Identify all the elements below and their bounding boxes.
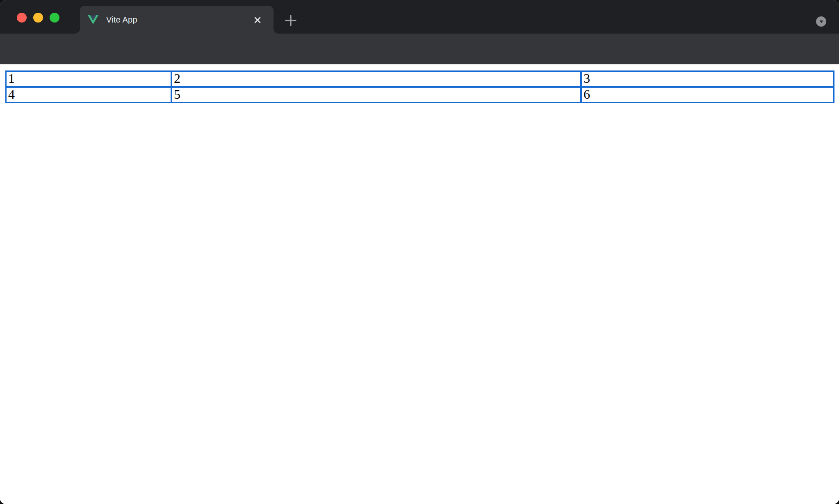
table-row: 1 2 3 — [6, 71, 834, 87]
chevron-down-icon — [818, 19, 824, 25]
window-close-button[interactable] — [17, 13, 27, 23]
tab-title: Vite App — [106, 6, 137, 34]
table-cell: 3 — [581, 71, 834, 87]
new-tab-button[interactable] — [285, 14, 297, 27]
page-content: 1 2 3 4 5 6 — [0, 64, 839, 504]
vue-logo-icon — [88, 14, 98, 25]
table-cell: 5 — [171, 87, 581, 103]
close-icon[interactable] — [253, 16, 262, 24]
window-minimize-button[interactable] — [33, 13, 43, 23]
table-cell: 4 — [6, 87, 171, 103]
tab-strip: Vite App — [0, 0, 839, 34]
table-row: 4 5 6 — [6, 87, 834, 103]
tab-vite-app[interactable]: Vite App — [80, 6, 274, 34]
tab-search-button[interactable] — [816, 16, 826, 27]
table-cell: 2 — [171, 71, 581, 87]
window-maximize-button[interactable] — [50, 13, 59, 23]
browser-window: Vite App — [0, 0, 839, 504]
table-cell: 6 — [581, 87, 834, 103]
table-cell: 1 — [6, 71, 171, 87]
numbers-table: 1 2 3 4 5 6 — [5, 70, 834, 103]
toolbar: localhost:3000 — [0, 34, 839, 64]
